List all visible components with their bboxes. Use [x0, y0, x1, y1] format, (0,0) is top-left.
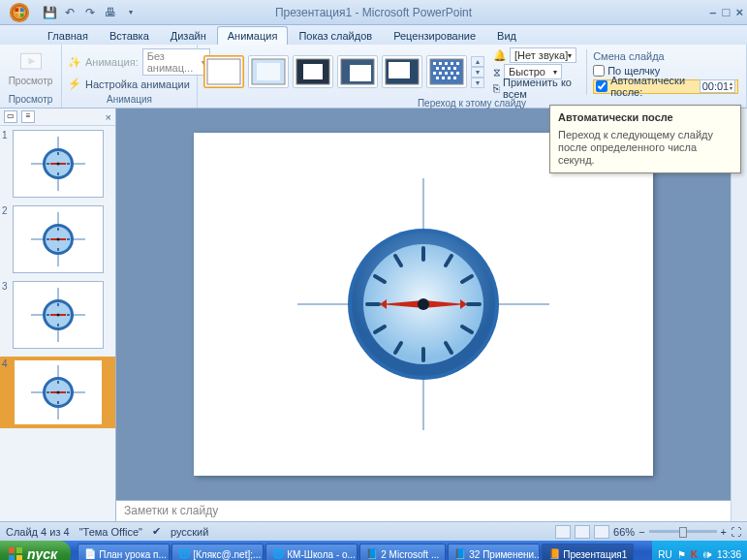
task-app-icon: 📄	[84, 548, 96, 560]
tray-icon[interactable]: ⚑	[677, 549, 686, 560]
slideshow-view-button[interactable]	[594, 525, 609, 539]
sound-icon: 🔔	[493, 49, 507, 62]
auto-after-checkbox[interactable]	[596, 80, 607, 92]
fit-window-button[interactable]: ⛶	[731, 526, 741, 538]
svg-rect-19	[445, 62, 448, 65]
taskbar: пуск 📄План урока п...🌐[Клякс@.net];...🌐К…	[0, 541, 747, 560]
task-app-icon: 🌐	[272, 548, 284, 560]
transition-cut[interactable]	[337, 55, 378, 88]
zoom-in-button[interactable]: +	[721, 526, 727, 538]
zoom-level: 66%	[613, 526, 635, 538]
animate-label: Анимация:	[85, 56, 139, 68]
group-label-animation: Анимация	[66, 93, 193, 106]
task-app-icon: 🌐	[178, 548, 190, 560]
taskbar-item-3[interactable]: 📘2 Microsoft ...	[359, 544, 446, 560]
save-icon[interactable]: 💾	[41, 4, 58, 21]
tab-view[interactable]: Вид	[486, 26, 527, 45]
tray-volume-icon[interactable]: 🕪	[702, 549, 712, 560]
preview-button[interactable]: Просмотр	[4, 47, 57, 88]
spellcheck-icon[interactable]: ✔	[152, 525, 161, 538]
svg-point-74	[57, 391, 60, 394]
sorter-view-button[interactable]	[575, 525, 590, 539]
start-label: пуск	[27, 546, 57, 560]
svg-rect-26	[433, 72, 436, 75]
taskbar-item-2[interactable]: 🌐КМ-Школа - о...	[265, 544, 358, 560]
windows-logo-icon	[8, 546, 23, 560]
svg-rect-2	[20, 8, 24, 12]
svg-rect-97	[9, 547, 15, 553]
on-click-checkbox[interactable]	[593, 65, 605, 77]
task-label: Презентация1	[563, 549, 627, 560]
svg-point-64	[57, 314, 60, 317]
tab-review[interactable]: Рецензирование	[383, 26, 486, 45]
svg-rect-21	[456, 62, 459, 65]
thumbnail-4[interactable]: 4	[0, 357, 115, 428]
system-tray: RU ⚑ K 🕪 13:36	[652, 541, 747, 560]
svg-rect-13	[350, 65, 371, 81]
zoom-slider[interactable]	[649, 530, 717, 533]
thumb-number: 2	[2, 205, 10, 273]
preview-icon	[17, 48, 45, 76]
start-button[interactable]: пуск	[0, 541, 71, 560]
office-button[interactable]	[2, 0, 37, 25]
taskbar-item-0[interactable]: 📄План урока п...	[78, 544, 170, 560]
apply-all-button[interactable]: ⎘Применить ко всем	[493, 80, 579, 96]
thumb-number: 1	[2, 130, 10, 198]
svg-rect-17	[433, 62, 436, 65]
slides-tab-icon[interactable]: ▭	[4, 110, 17, 123]
undo-icon[interactable]: ↶	[61, 4, 78, 21]
tray-clock[interactable]: 13:36	[717, 549, 741, 560]
redo-icon[interactable]: ↷	[81, 4, 99, 21]
thumbnail-3[interactable]: 3	[2, 281, 113, 349]
transition-gallery: ▴▾▾	[202, 53, 486, 90]
zoom-out-button[interactable]: −	[638, 526, 644, 538]
panel-close-icon[interactable]: ×	[106, 111, 111, 123]
speed-icon: ⧖	[493, 66, 501, 78]
notes-pane[interactable]: Заметки к слайду	[116, 500, 731, 521]
transition-dissolve[interactable]	[426, 55, 467, 88]
notes-scrollbar[interactable]	[731, 500, 747, 521]
tab-home[interactable]: Главная	[37, 26, 99, 45]
print-icon[interactable]: 🖶	[102, 4, 119, 21]
title-bar: 💾 ↶ ↷ 🖶 ▾ Презентация1 - Microsoft Power…	[0, 0, 747, 25]
svg-rect-1	[15, 8, 18, 12]
thumbnail-1[interactable]: 1	[2, 130, 113, 198]
tab-insert[interactable]: Вставка	[99, 26, 160, 45]
taskbar-item-4[interactable]: 📘32 Применени...	[448, 544, 540, 560]
thumbnail-2[interactable]: 2	[2, 205, 113, 273]
outline-tab-icon[interactable]: ≡	[21, 110, 35, 123]
custom-anim-icon: ⚡	[68, 78, 81, 90]
transition-black[interactable]	[293, 55, 333, 88]
normal-view-button[interactable]	[555, 525, 571, 539]
minimize-button[interactable]: –	[709, 5, 716, 19]
sound-dropdown[interactable]: [Нет звука]▾	[510, 47, 576, 63]
slide[interactable]	[194, 133, 653, 476]
status-slide: Слайд 4 из 4	[6, 526, 70, 538]
task-label: 32 Применени...	[469, 549, 540, 560]
tab-design[interactable]: Дизайн	[160, 26, 217, 45]
taskbar-item-5[interactable]: 📙Презентация1	[542, 544, 634, 560]
tray-kaspersky-icon[interactable]: K	[691, 549, 698, 560]
svg-rect-98	[16, 547, 22, 553]
thumb-number: 3	[2, 281, 10, 349]
gallery-scroll[interactable]: ▴▾▾	[471, 56, 484, 88]
taskbar-item-1[interactable]: 🌐[Клякс@.net];...	[171, 544, 264, 560]
svg-rect-99	[9, 555, 15, 560]
tab-animation[interactable]: Анимация	[217, 26, 289, 45]
transition-fade[interactable]	[248, 55, 289, 88]
tab-slideshow[interactable]: Показ слайдов	[288, 26, 383, 45]
restore-button[interactable]: □	[723, 5, 731, 19]
svg-rect-25	[453, 67, 456, 70]
auto-after-spinner[interactable]: 00:01▴▾	[700, 79, 735, 93]
tooltip: Автоматически после Переход к следующему…	[549, 105, 741, 173]
tray-language[interactable]: RU	[658, 549, 671, 560]
close-button[interactable]: ×	[735, 5, 743, 19]
tooltip-title: Автоматически после	[558, 111, 732, 123]
qat-more-icon[interactable]: ▾	[122, 4, 140, 21]
custom-animation-button[interactable]: Настройка анимации	[85, 78, 190, 90]
svg-rect-3	[15, 13, 18, 16]
transition-cut2[interactable]	[382, 55, 422, 88]
transition-none[interactable]	[203, 55, 244, 88]
svg-point-44	[57, 163, 60, 166]
status-language[interactable]: русский	[171, 526, 208, 538]
